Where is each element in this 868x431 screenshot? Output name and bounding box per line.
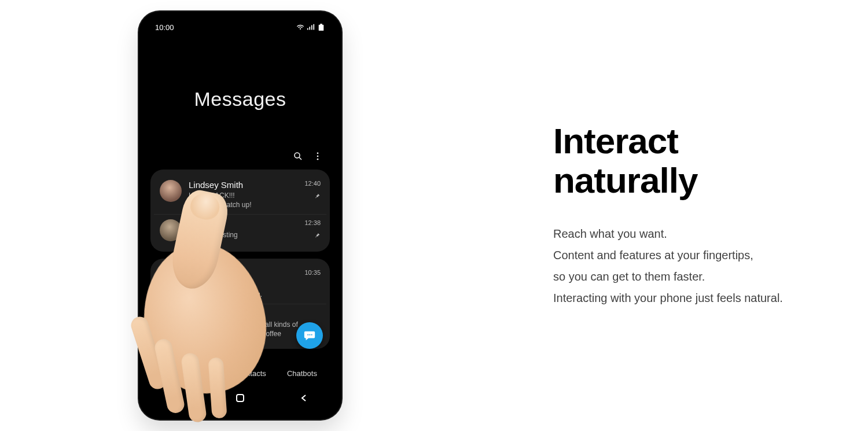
pinned-card: Lindsey Smith Hi! I'm BACK!!! We should …: [150, 170, 330, 252]
status-time: 10:00: [155, 23, 174, 32]
conversation-time: 12:38: [304, 219, 321, 226]
body-text: Reach what you want. Content and feature…: [553, 223, 831, 309]
svg-point-2: [317, 152, 319, 154]
svg-point-5: [307, 334, 308, 336]
system-nav: [145, 389, 336, 407]
conversation-preview: Alisa! ee what I've got for you.: [189, 280, 304, 299]
status-icons: [296, 24, 325, 31]
conversation-name: Lindsey Smith: [189, 180, 304, 190]
new-message-fab[interactable]: [296, 322, 323, 349]
conversation-row[interactable]: Lindsey Smith Hi! I'm BACK!!! We should …: [154, 175, 326, 214]
svg-point-7: [311, 334, 312, 336]
battery-icon: [317, 24, 325, 31]
conversation-preview: Hi! I'm BACK!!! We should catch up!: [189, 191, 304, 209]
tab-contacts[interactable]: Contacts: [234, 366, 268, 382]
svg-point-4: [317, 159, 319, 160]
conversation-name: Andrew Laycock: [189, 309, 321, 319]
pin-icon: [314, 193, 321, 201]
page-stage: 10:00 Messages: [0, 0, 868, 431]
bottom-tabs: Conversations Contacts Chatbots: [145, 366, 336, 382]
conversation-name: D: [189, 219, 304, 229]
search-icon[interactable]: [293, 151, 303, 161]
signal-icon: [307, 24, 315, 31]
more-icon[interactable]: [312, 151, 323, 161]
avatar: [160, 219, 182, 241]
conversation-name: a Gray: [189, 269, 304, 279]
avatar: [160, 180, 182, 202]
home-button[interactable]: [234, 392, 246, 404]
recents-button[interactable]: [171, 392, 182, 404]
tab-conversations[interactable]: Conversations: [161, 366, 218, 382]
app-toolbar: [145, 151, 336, 161]
conversation-row[interactable]: a Gray Alisa! ee what I've got for you. …: [154, 264, 326, 303]
conversation-row[interactable]: D most interesting 12:38: [154, 214, 326, 246]
svg-point-3: [317, 156, 319, 157]
svg-rect-11: [237, 395, 244, 401]
wifi-icon: [296, 24, 304, 31]
svg-line-1: [299, 157, 301, 160]
conversation-time: 12:40: [304, 180, 321, 187]
tab-chatbots[interactable]: Chatbots: [285, 366, 319, 382]
message-icon: [303, 329, 316, 342]
svg-point-0: [295, 153, 300, 158]
status-bar: 10:00: [145, 19, 336, 36]
conversation-time: 10:35: [304, 269, 321, 276]
back-button[interactable]: [298, 392, 310, 404]
conversation-preview: most interesting: [189, 230, 304, 240]
phone-screen: 10:00 Messages: [145, 19, 336, 412]
marketing-copy: Interact naturally Reach what you want. …: [553, 121, 831, 309]
svg-point-6: [309, 334, 310, 336]
app-title: Messages: [145, 88, 336, 110]
headline: Interact naturally: [553, 121, 831, 200]
phone-mockup: 10:00 Messages: [139, 12, 341, 419]
phone-frame: 10:00 Messages: [139, 12, 341, 419]
pin-icon: [314, 232, 321, 241]
